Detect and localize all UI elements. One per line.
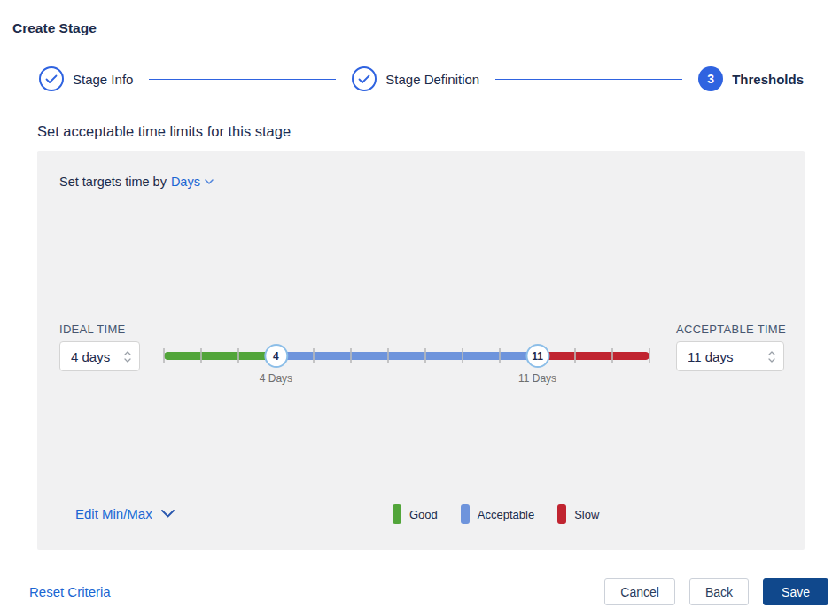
thresholds-panel: Set targets time by Days IDEAL TIME 4 [37,151,805,550]
good-swatch-icon [393,504,401,524]
step-stage-info[interactable]: Stage Info [39,66,133,91]
back-button[interactable]: Back [689,578,749,605]
chevron-up-icon [768,351,775,355]
legend-item-good: Good [393,504,438,524]
step-connector [149,79,336,80]
unit-dropdown[interactable]: Days [171,175,214,189]
check-circle-icon [352,66,377,91]
edit-minmax-label: Edit Min/Max [75,506,152,521]
stepper: Stage Info Stage Definition 3 Thresholds [39,66,804,91]
legend-label: Good [409,508,438,521]
acceptable-time-label: ACCEPTABLE TIME [676,323,786,336]
page-title: Create Stage [12,20,97,36]
slider-handle[interactable]: 11 [525,344,549,368]
legend: Good Acceptable Slow [393,504,599,524]
target-time-row: Set targets time by Days [59,175,214,189]
legend-item-slow: Slow [557,504,599,524]
step-thresholds[interactable]: 3 Thresholds [698,66,804,91]
check-circle-icon [39,66,64,91]
legend-item-acceptable: Acceptable [461,504,534,524]
chevron-down-icon [161,510,175,518]
target-time-prefix: Set targets time by [59,175,167,189]
step-label: Thresholds [732,72,804,87]
step-stage-definition[interactable]: Stage Definition [352,66,479,91]
chevron-down-icon [124,358,131,363]
cancel-button[interactable]: Cancel [604,578,675,605]
slow-swatch-icon [557,504,566,524]
acceptable-time-stepper [676,341,784,371]
decrement-button[interactable] [768,358,775,363]
reset-criteria-link[interactable]: Reset Criteria [29,584,111,599]
legend-label: Slow [574,508,599,521]
step-label: Stage Info [73,72,133,87]
chevron-down-icon [205,179,214,184]
footer-buttons: Cancel Back Save [604,578,828,605]
slider-handle[interactable]: 4 [264,344,288,368]
unit-dropdown-value: Days [171,175,200,189]
decrement-button[interactable] [124,358,131,363]
slider-track [164,352,649,360]
segment-acceptable [276,352,537,360]
step-connector [495,79,682,80]
save-button[interactable]: Save [763,578,828,605]
slider-handle-acceptable: 11 11 Days [518,344,556,385]
step-number-badge: 3 [698,66,723,91]
increment-button[interactable] [768,351,775,355]
time-range-slider: 4 4 Days 11 11 Days [164,328,649,385]
handle-label: 4 Days [260,372,292,385]
handle-label: 11 Days [518,372,556,385]
ideal-time-stepper [59,341,140,371]
edit-minmax-link[interactable]: Edit Min/Max [75,506,175,521]
ideal-time-label: IDEAL TIME [59,323,126,336]
legend-label: Acceptable [478,508,534,521]
chevron-up-icon [124,351,131,355]
increment-button[interactable] [124,351,131,355]
acceptable-swatch-icon [461,504,470,524]
acceptable-time-input[interactable] [677,342,783,370]
spinner-controls [768,342,775,370]
create-stage-page: Create Stage Stage Info Stage Definition… [0,0,840,616]
section-heading: Set acceptable time limits for this stag… [37,123,291,140]
spinner-controls [124,342,131,370]
slider-handle-ideal: 4 4 Days [260,344,292,385]
chevron-down-icon [768,358,775,363]
step-label: Stage Definition [385,72,479,87]
